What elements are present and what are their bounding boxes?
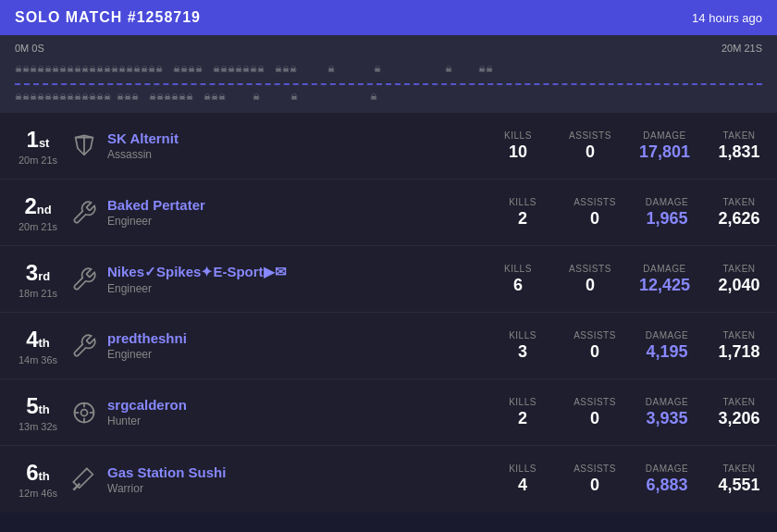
kills-value: 2 [500,409,546,428]
assists-label: ASSISTS [567,130,613,141]
assists-value: 0 [572,409,618,428]
skull-icon: ☠☠☠ [117,93,139,102]
kills-label: KILLS [500,197,546,207]
kills-label: KILLS [495,130,541,141]
stat-kills: KILLS 10 [495,130,541,162]
stat-assists: ASSISTS 0 [572,330,618,362]
taken-label: TAKEN [716,330,762,340]
timeline-line [15,83,762,85]
player-row: 6th 12m 46s Gas Station Sushi Warrior KI… [0,446,777,513]
rank-block: 1st 20m 21s [15,127,61,166]
match-time: 14 hours ago [692,11,762,25]
skull-icon: ☠ [370,93,377,102]
player-row: 1st 20m 21s SK Alternit Assassin KILLS 1… [0,113,777,179]
timeline-end: 20M 21S [722,43,762,54]
class-icon-block [61,133,107,159]
damage-label: DAMAGE [644,197,690,207]
stat-assists: ASSISTS 0 [572,397,618,428]
stat-assists: ASSISTS 0 [567,130,613,162]
stat-damage: DAMAGE 1,965 [644,197,690,229]
player-info: Gas Station Sushi Warrior [107,464,500,495]
rank-block: 6th 12m 46s [15,460,61,499]
rank-block: 5th 13m 32s [15,393,61,432]
match-header: SOLO MATCH #1258719 14 hours ago [0,0,777,35]
class-icon-block [61,333,107,359]
player-info: SK Alternit Assassin [107,130,495,161]
stat-kills: KILLS 3 [500,330,546,362]
assists-label: ASSISTS [572,397,618,407]
player-class: Engineer [107,282,495,295]
taken-label: TAKEN [716,197,762,207]
stat-damage: DAMAGE 6,883 [644,464,690,495]
kills-label: KILLS [500,464,546,474]
stat-kills: KILLS 6 [495,264,541,295]
skull-icon: ☠ [253,93,260,102]
taken-label: TAKEN [716,397,762,407]
skull-icon: ☠☠☠ [204,93,226,102]
rank-number: 5th [26,401,50,416]
damage-value: 17,801 [639,142,690,162]
player-class: Assassin [107,148,495,161]
rank-number: 2nd [24,201,51,217]
rank-block: 3rd 18m 21s [15,260,61,299]
player-info: srgcalderon Hunter [107,397,500,427]
kills-label: KILLS [500,397,546,407]
skull-icon: ☠ [374,65,381,74]
taken-label: TAKEN [716,464,762,474]
skull-icon: ☠ [445,65,452,74]
player-row: 3rd 18m 21s Nikes✓Spikes✦E-Sport▶✉ Engin… [0,246,777,313]
kills-value: 2 [500,209,546,229]
timeline-section: 0M 0S 20M 21S ☠☠☠☠☠☠☠☠☠☠☠☠☠☠☠☠☠☠☠☠ ☠☠☠☠ … [0,35,777,113]
skull-icon: ☠ [290,93,298,102]
timeline-labels: 0M 0S 20M 21S [15,43,762,54]
taken-value: 2,040 [716,276,762,295]
rank-time: 13m 32s [15,421,61,432]
stat-kills: KILLS 4 [500,464,546,495]
kills-value: 3 [500,342,546,362]
skull-icon: ☠☠☠☠☠☠☠ [213,65,265,74]
assists-value: 0 [567,142,613,162]
player-class: Engineer [107,215,500,228]
stat-assists: ASSISTS 0 [567,264,613,295]
damage-value: 6,883 [644,476,690,495]
rank-time: 12m 46s [15,488,61,499]
player-name[interactable]: srgcalderon [107,397,500,413]
rank-number: 4th [26,334,50,350]
damage-label: DAMAGE [644,397,690,407]
player-name[interactable]: Gas Station Sushi [107,464,500,480]
rank-time: 20m 21s [15,155,61,166]
stat-taken: TAKEN 1,831 [716,130,762,162]
player-info: predtheshni Engineer [107,330,500,361]
damage-label: DAMAGE [639,130,690,141]
players-list: 1st 20m 21s SK Alternit Assassin KILLS 1… [0,113,777,513]
kills-value: 6 [495,276,541,295]
player-name[interactable]: Nikes✓Spikes✦E-Sport▶✉ [107,264,495,280]
stat-damage: DAMAGE 4,195 [644,330,690,362]
class-icon-block [61,400,107,426]
player-name[interactable]: SK Alternit [107,130,495,146]
skull-row-top: ☠☠☠☠☠☠☠☠☠☠☠☠☠☠☠☠☠☠☠☠ ☠☠☠☠ ☠☠☠☠☠☠☠ ☠☠☠ ☠ … [15,61,762,78]
taken-label: TAKEN [716,130,762,141]
stats-block: KILLS 3 ASSISTS 0 DAMAGE 4,195 TAKEN 1,7… [500,330,762,362]
damage-value: 1,965 [644,209,690,229]
rank-time: 18m 21s [15,288,61,299]
player-name[interactable]: predtheshni [107,330,500,346]
skull-icon: ☠☠☠☠☠☠ [149,93,193,102]
player-name[interactable]: Baked Pertater [107,197,500,213]
stat-taken: TAKEN 3,206 [716,397,762,428]
class-icon-block [61,466,107,492]
assists-value: 0 [572,209,618,229]
skull-row-bottom: ☠☠☠☠☠☠☠☠☠☠☠☠☠ ☠☠☠ ☠☠☠☠☠☠ ☠☠☠ ☠ ☠ ☠ [15,89,762,105]
damage-label: DAMAGE [639,264,690,274]
rank-time: 20m 21s [15,221,61,232]
assists-label: ASSISTS [572,330,618,340]
assists-value: 0 [572,342,618,362]
stat-assists: ASSISTS 0 [572,464,618,495]
kills-value: 4 [500,476,546,495]
assists-label: ASSISTS [567,264,613,274]
timeline-track: ☠☠☠☠☠☠☠☠☠☠☠☠☠☠☠☠☠☠☠☠ ☠☠☠☠ ☠☠☠☠☠☠☠ ☠☠☠ ☠ … [15,57,762,104]
stats-block: KILLS 6 ASSISTS 0 DAMAGE 12,425 TAKEN 2,… [495,264,762,295]
stats-block: KILLS 2 ASSISTS 0 DAMAGE 3,935 TAKEN 3,2… [500,397,762,428]
stat-assists: ASSISTS 0 [572,197,618,229]
player-class: Engineer [107,348,500,361]
